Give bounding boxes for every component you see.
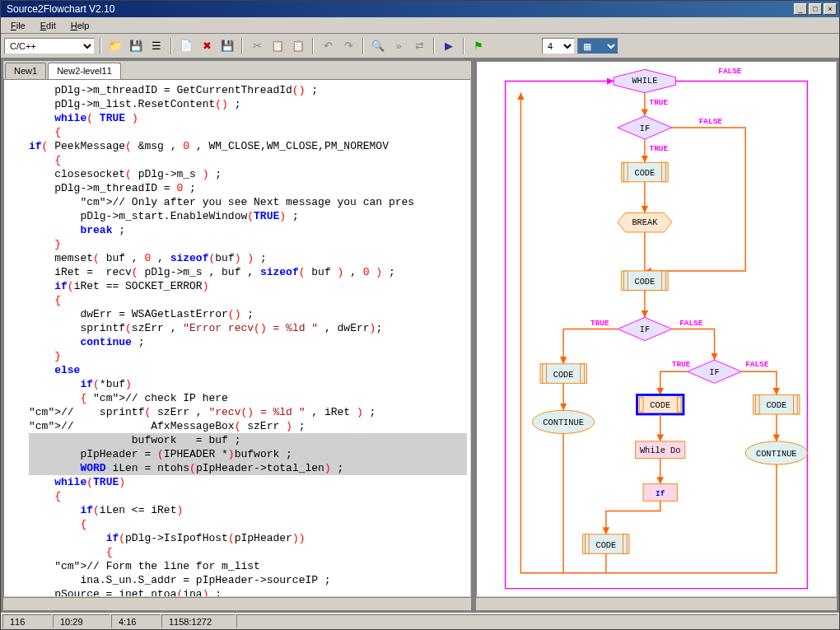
toolbar-sep (170, 38, 172, 54)
flowchart-svg: WHILE FALSE TRUE IF FALSE TRUE (477, 62, 836, 596)
node-while-label: WHILE (632, 76, 657, 86)
run-icon[interactable]: ▶ (440, 37, 458, 55)
svg-rect-7 (677, 397, 681, 412)
menu-help[interactable]: Help (64, 19, 96, 32)
menu-file[interactable]: File (4, 19, 32, 32)
svg-rect-9 (793, 394, 797, 414)
editor-tabs: New1 New2-level11 (3, 61, 471, 79)
svg-rect-5 (581, 364, 585, 384)
node-if-inner-label: If (656, 489, 665, 498)
app-window: Source2Flowchart V2.10 _ □ × File Edit H… (0, 0, 840, 630)
node-continue-r-label: CONTINUE (756, 449, 797, 459)
node-if1-label: IF (640, 124, 650, 133)
lbl-true: TRUE (590, 319, 609, 328)
view-combo[interactable]: ▦ (577, 38, 618, 54)
menu-edit[interactable]: Edit (34, 19, 63, 32)
copy-icon[interactable]: 📋 (268, 37, 287, 55)
node-if3-label: IF (709, 367, 719, 377)
findnext-icon[interactable]: » (390, 37, 408, 55)
node-code1-label: CODE (634, 168, 655, 178)
flowchart-canvas[interactable]: WHILE FALSE TRUE IF FALSE TRUE (476, 61, 837, 597)
flowchart-pane: WHILE FALSE TRUE IF FALSE TRUE (475, 60, 838, 611)
svg-rect-11 (623, 534, 628, 554)
status-empty (236, 614, 838, 628)
open-icon[interactable]: 📁 (106, 37, 124, 55)
node-code-b-label: CODE (595, 540, 616, 550)
svg-rect-8 (755, 394, 759, 414)
toolbar-sep (100, 38, 101, 54)
delete-icon[interactable]: ✖ (198, 37, 216, 55)
tab-new1[interactable]: New1 (5, 63, 46, 79)
status-sel: 1158:1272 (161, 614, 236, 628)
titlebar[interactable]: Source2Flowchart V2.10 _ □ × (1, 1, 839, 17)
flag-icon[interactable]: ⚑ (469, 37, 488, 55)
code-editor[interactable]: pDlg->m_threadID = GetCurrentThreadId() … (3, 79, 471, 597)
toolbar-sep (463, 38, 464, 54)
undo-icon[interactable]: ↶ (319, 37, 337, 55)
toolbar-sep (362, 38, 364, 54)
toolbar-sep (312, 38, 314, 54)
svg-rect-3 (662, 271, 666, 291)
paste-icon[interactable]: 📋 (289, 37, 307, 55)
minimize-button[interactable]: _ (794, 3, 807, 15)
lbl-true: TRUE (650, 98, 669, 107)
language-combo[interactable]: C/C++ (4, 38, 95, 54)
main-area: New1 New2-level11 pDlg->m_threadID = Get… (1, 58, 839, 613)
node-code-sel-label: CODE (650, 400, 670, 410)
statusbar: 116 10:29 4:16 1158:1272 (1, 613, 839, 629)
svg-rect-1 (662, 162, 666, 182)
window-controls: _ □ × (794, 3, 837, 15)
editor-hscroll[interactable] (3, 597, 471, 610)
node-code-r-label: CODE (766, 400, 786, 410)
svg-rect-10 (585, 534, 589, 554)
status-pos1: 10:29 (53, 614, 110, 628)
cut-icon[interactable]: ✂ (248, 37, 266, 55)
replace-icon[interactable]: ⇄ (410, 37, 428, 55)
status-pos2: 4:16 (111, 614, 161, 628)
tab-new2[interactable]: New2-level11 (48, 63, 121, 79)
save2-icon[interactable]: 💾 (218, 37, 236, 55)
lbl-false: FALSE (718, 67, 742, 76)
node-code2-label: CODE (634, 277, 655, 287)
toolbar: C/C++ 📁 💾 ☰ 📄 ✖ 💾 ✂ 📋 📋 ↶ ↷ 🔍 » ⇄ ▶ ⚑ 4 … (1, 34, 839, 58)
svg-rect-0 (623, 162, 628, 182)
node-continue-l-label: CONTINUE (543, 418, 584, 427)
node-break-label: BREAK (632, 217, 658, 227)
close-button[interactable]: × (824, 3, 837, 15)
flowchart-hscroll[interactable] (476, 597, 837, 610)
find-icon[interactable]: 🔍 (369, 37, 387, 55)
lbl-true: TRUE (650, 144, 669, 153)
new-icon[interactable]: 📄 (177, 37, 195, 55)
svg-rect-2 (623, 271, 628, 291)
toolbar-sep (241, 38, 243, 54)
lbl-false: FALSE (745, 360, 769, 369)
menubar: File Edit Help (1, 17, 839, 34)
lbl-false: FALSE (699, 117, 723, 126)
node-whiledo-label: While Do (640, 446, 681, 455)
lbl-false: FALSE (679, 319, 703, 328)
toolbar-sep (433, 38, 435, 54)
save-icon[interactable]: 💾 (127, 37, 145, 55)
list-icon[interactable]: ☰ (147, 37, 166, 55)
zoom-combo[interactable]: 4 (542, 38, 575, 54)
code-pane: New1 New2-level11 pDlg->m_threadID = Get… (2, 60, 472, 611)
node-if2-label: IF (640, 324, 650, 334)
lbl-true: TRUE (672, 360, 691, 369)
status-line: 116 (2, 614, 52, 628)
window-title: Source2Flowchart V2.10 (3, 3, 794, 15)
svg-rect-4 (543, 364, 547, 384)
code-text[interactable]: pDlg->m_threadID = GetCurrentThreadId() … (4, 80, 470, 597)
redo-icon[interactable]: ↷ (339, 37, 357, 55)
maximize-button[interactable]: □ (809, 3, 822, 15)
svg-rect-6 (639, 397, 643, 412)
node-code-l-label: CODE (553, 370, 574, 380)
